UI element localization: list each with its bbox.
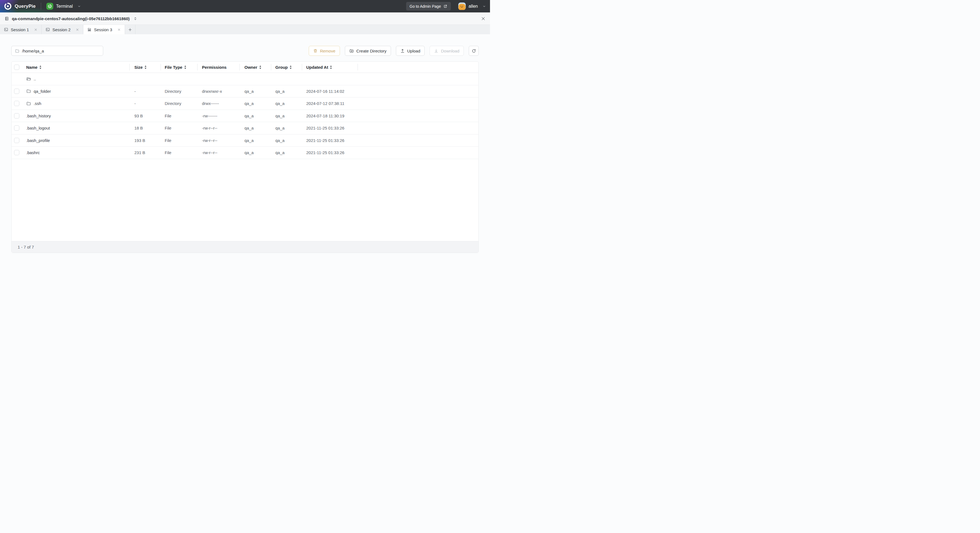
- table-body: .. qa_folder - Directory drwxrwxr-x qa_a…: [11, 73, 479, 159]
- plus-icon: [128, 28, 132, 32]
- header-select-all-cell: [11, 62, 26, 73]
- user-menu[interactable]: allen: [458, 3, 486, 10]
- row-checkbox[interactable]: [14, 89, 19, 94]
- row-check-cell: [11, 97, 26, 110]
- server-icon: [5, 16, 9, 21]
- trailing-cell: [358, 85, 479, 97]
- path-input[interactable]: [22, 49, 100, 53]
- terminal-tab-icon: [4, 27, 8, 32]
- sftp-tab-icon: [87, 27, 92, 32]
- server-switcher-icon[interactable]: [134, 17, 137, 21]
- upload-label: Upload: [407, 49, 420, 53]
- owner-cell: qa_a: [239, 97, 271, 110]
- table-row[interactable]: qa_folder - Directory drwxrwxr-x qa_a qa…: [11, 85, 479, 98]
- column-header-file-type[interactable]: File Type: [161, 62, 197, 73]
- table-row[interactable]: .ssh - Directory drwx------ qa_a qa_a 20…: [11, 97, 479, 110]
- close-tab-icon[interactable]: [117, 28, 121, 32]
- updated-at-cell: 2021-11-25 01:33:26: [302, 134, 358, 147]
- row-checkbox[interactable]: [14, 125, 19, 131]
- file-name: .bashrc: [26, 150, 40, 155]
- sort-icon: [39, 65, 42, 69]
- close-tab-icon[interactable]: [34, 28, 38, 32]
- owner-cell: qa_a: [239, 122, 271, 134]
- tab-session-2[interactable]: Session 2: [42, 25, 83, 34]
- row-checkbox[interactable]: [14, 150, 19, 155]
- server-title-bar: qa-commandpie-centos7-autoscaling(i-05e7…: [0, 13, 490, 25]
- user-name: allen: [468, 4, 478, 9]
- table-empty-area: [11, 159, 479, 241]
- column-header-owner[interactable]: Owner: [239, 62, 271, 73]
- row-checkbox[interactable]: [14, 138, 19, 143]
- external-link-icon: [443, 5, 447, 8]
- tab-session-3[interactable]: Session 3: [83, 25, 125, 34]
- name-cell[interactable]: .bash_profile: [26, 134, 129, 147]
- refresh-button[interactable]: [469, 46, 479, 56]
- app-switcher[interactable]: Terminal: [46, 3, 81, 10]
- owner-cell: qa_a: [239, 85, 271, 97]
- avatar: [458, 3, 466, 10]
- row-checkbox[interactable]: [14, 101, 19, 106]
- trailing-cell: [358, 122, 479, 134]
- download-button[interactable]: Download: [430, 46, 464, 56]
- sort-icon: [330, 65, 332, 69]
- go-to-admin-page-button[interactable]: Go to Admin Page: [406, 2, 451, 11]
- parent-directory-row[interactable]: ..: [11, 73, 479, 85]
- remove-button[interactable]: Remove: [309, 46, 340, 56]
- name-cell[interactable]: qa_folder: [26, 85, 129, 97]
- row-checkbox[interactable]: [14, 113, 19, 118]
- sort-icon: [290, 65, 292, 69]
- create-directory-label: Create Directory: [356, 49, 387, 53]
- parent-directory-name-cell[interactable]: ..: [26, 73, 129, 85]
- table-row[interactable]: .bashrc 231 B File -rw-r--r-- qa_a qa_a …: [11, 147, 479, 159]
- upload-button[interactable]: Upload: [396, 46, 425, 56]
- parent-directory-label: ..: [33, 77, 36, 81]
- file-type-cell: File: [161, 110, 197, 122]
- group-cell: qa_a: [271, 110, 302, 122]
- session-tab-label: Session 3: [94, 27, 112, 32]
- file-name: .ssh: [33, 101, 41, 106]
- row-check-cell: [11, 122, 26, 134]
- brand-name: QueryPie: [14, 3, 36, 9]
- toolbar: Remove Create Directory Upload Downl: [11, 46, 479, 56]
- tab-session-1[interactable]: Session 1: [0, 25, 42, 34]
- name-cell[interactable]: .bash_logout: [26, 122, 129, 134]
- add-tab-button[interactable]: [125, 25, 135, 34]
- file-name: qa_folder: [33, 89, 51, 94]
- size-cell: 231 B: [129, 147, 161, 159]
- trailing-cell: [358, 110, 479, 122]
- file-browser-panel: Remove Create Directory Upload Downl: [0, 34, 490, 266]
- folder-icon: [26, 89, 31, 94]
- column-header-name[interactable]: Name: [26, 62, 129, 73]
- close-icon[interactable]: [481, 16, 485, 21]
- close-tab-icon[interactable]: [76, 28, 79, 32]
- download-label: Download: [441, 49, 460, 53]
- file-type-cell: Directory: [161, 85, 197, 97]
- permissions-cell: drwxrwxr-x: [197, 85, 239, 97]
- owner-cell: qa_a: [239, 110, 271, 122]
- column-header-updated-at[interactable]: Updated At: [302, 62, 358, 73]
- name-cell[interactable]: .bashrc: [26, 147, 129, 159]
- folder-open-icon: [26, 77, 31, 81]
- folder-plus-icon: [349, 49, 354, 53]
- column-header-permissions[interactable]: Permissions: [197, 62, 239, 73]
- name-cell[interactable]: .ssh: [26, 97, 129, 110]
- table-row[interactable]: .bash_profile 193 B File -rw-r--r-- qa_a…: [11, 134, 479, 147]
- toolbar-actions: Remove Create Directory Upload Downl: [309, 46, 479, 56]
- create-directory-button[interactable]: Create Directory: [345, 46, 391, 56]
- name-cell[interactable]: .bash_history: [26, 110, 129, 122]
- sort-icon: [184, 65, 186, 69]
- column-header-group[interactable]: Group: [271, 62, 302, 73]
- group-cell: qa_a: [271, 85, 302, 97]
- terminal-tab-icon: [46, 27, 50, 32]
- session-tab-label: Session 2: [52, 27, 71, 32]
- session-tab-label: Session 1: [11, 27, 29, 32]
- table-row[interactable]: .bash_logout 18 B File -rw-r--r-- qa_a q…: [11, 122, 479, 134]
- permissions-cell: -rw-r--r--: [197, 122, 239, 134]
- topbar-divider: [41, 3, 41, 10]
- size-cell: -: [129, 97, 161, 110]
- owner-cell: qa_a: [239, 147, 271, 159]
- select-all-checkbox[interactable]: [14, 65, 19, 70]
- table-row[interactable]: .bash_history 93 B File -rw------- qa_a …: [11, 110, 479, 122]
- column-header-size[interactable]: Size: [129, 62, 161, 73]
- trailing-cell: [358, 147, 479, 159]
